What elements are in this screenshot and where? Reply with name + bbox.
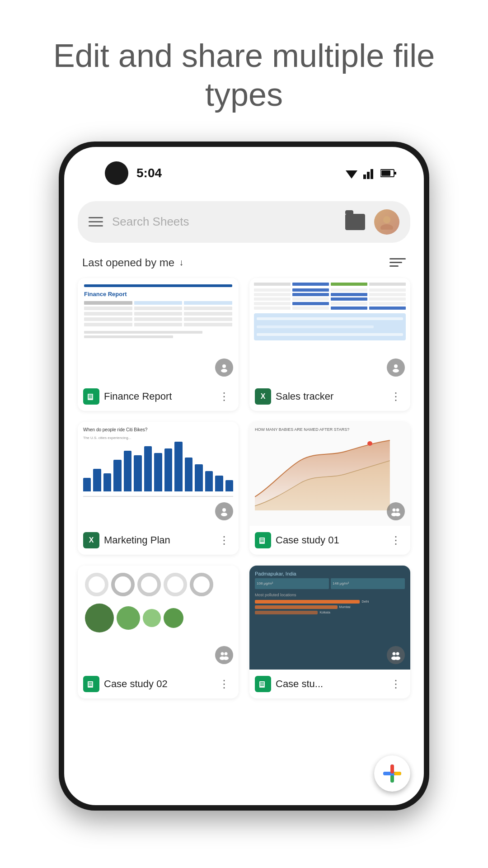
- case-dark-name: Case stu...: [276, 678, 382, 690]
- marketing-plan-menu[interactable]: ⋮: [215, 532, 233, 548]
- finance-report-info: Finance Report ⋮: [78, 382, 239, 411]
- svg-point-15: [394, 364, 398, 368]
- phone-frame: 5:04: [59, 142, 429, 811]
- camera-hole: [105, 161, 128, 185]
- svg-point-36: [393, 652, 396, 655]
- sales-tracker-name: Sales tracker: [276, 391, 382, 402]
- svg-point-10: [221, 369, 227, 373]
- file-thumbnail-case-dark: Padmapukar, India 108 μg/m³ 148 μg/m³: [249, 566, 410, 670]
- file-thumbnail-sales-tracker: [249, 278, 410, 382]
- list-view-icon[interactable]: [389, 258, 406, 267]
- svg-rect-5: [381, 170, 390, 176]
- avatar[interactable]: [374, 209, 399, 235]
- file-thumbnail-finance-report: Finance Report: [78, 278, 239, 382]
- case-study-01-menu[interactable]: ⋮: [387, 532, 405, 548]
- svg-rect-11: [88, 394, 93, 400]
- finance-shared-icon: [215, 359, 233, 377]
- svg-marker-0: [346, 170, 357, 179]
- svg-point-20: [393, 508, 396, 511]
- file-card-finance-report[interactable]: Finance Report: [78, 278, 239, 411]
- svg-rect-40: [259, 681, 265, 688]
- file-card-case-study-dark[interactable]: Padmapukar, India 108 μg/m³ 148 μg/m³: [249, 566, 410, 698]
- finance-thumb-content: Finance Report: [78, 278, 239, 382]
- search-bar[interactable]: Search Sheets: [78, 201, 410, 243]
- case2-shared-icon: [215, 646, 233, 664]
- battery-icon: [380, 169, 397, 178]
- case-study-02-name: Case study 02: [104, 678, 211, 690]
- marketing-plan-info: X Marketing Plan ⋮: [78, 526, 239, 555]
- sort-label-text: Last opened by me: [82, 256, 174, 269]
- status-icons: [344, 167, 397, 179]
- case-study-01-badge: [255, 532, 271, 548]
- wifi-icon: [344, 167, 359, 179]
- svg-rect-48: [390, 775, 394, 783]
- case-dark-badge: [255, 676, 271, 692]
- phone-mockup: 5:04: [59, 142, 429, 811]
- case1-shared-icon: [387, 502, 405, 520]
- svg-rect-3: [371, 169, 373, 179]
- svg-point-9: [222, 364, 226, 368]
- case-dark-menu[interactable]: ⋮: [387, 676, 405, 692]
- svg-point-29: [225, 652, 228, 655]
- sales-shared-icon: [387, 359, 405, 377]
- file-grid: Finance Report: [64, 278, 424, 717]
- hamburger-icon[interactable]: [89, 217, 103, 226]
- app-content: Search Sheets Last opened by me ↓: [64, 192, 424, 805]
- hero-title: Edit and share multiple file types: [0, 0, 488, 142]
- svg-point-28: [221, 652, 224, 655]
- fab-button[interactable]: [374, 755, 410, 792]
- svg-point-23: [395, 513, 400, 516]
- sales-tracker-menu[interactable]: ⋮: [387, 388, 405, 405]
- sales-thumb-content: [249, 278, 410, 382]
- file-card-marketing-plan[interactable]: When do people ride Citi Bikes? The U.S.…: [78, 422, 239, 555]
- case-study-01-info: Case study 01 ⋮: [249, 526, 410, 555]
- svg-rect-49: [383, 772, 390, 775]
- svg-point-17: [222, 508, 226, 512]
- search-input[interactable]: Search Sheets: [112, 215, 336, 229]
- signal-icon: [363, 167, 376, 179]
- svg-point-18: [221, 513, 227, 516]
- finance-report-badge: [83, 388, 99, 405]
- fab-google-icon: [381, 762, 404, 785]
- svg-point-19: [367, 441, 372, 446]
- sort-row: Last opened by me ↓: [64, 252, 424, 278]
- case2-thumb-content: [78, 566, 239, 670]
- file-card-sales-tracker[interactable]: X Sales tracker ⋮: [249, 278, 410, 411]
- file-thumbnail-case-study-01: HOW MANY BABIES ARE NAMED AFTER STARS?: [249, 422, 410, 526]
- svg-rect-1: [363, 175, 366, 179]
- sales-tracker-badge: X: [255, 388, 271, 405]
- file-thumbnail-case-study-02: [78, 566, 239, 670]
- status-time: 5:04: [136, 166, 162, 180]
- svg-rect-32: [88, 681, 93, 688]
- case-study-01-name: Case study 01: [276, 534, 382, 546]
- case-study-02-menu[interactable]: ⋮: [215, 676, 233, 692]
- marketing-plan-badge: X: [83, 532, 99, 548]
- folder-icon[interactable]: [345, 214, 365, 230]
- file-card-case-study-01[interactable]: HOW MANY BABIES ARE NAMED AFTER STARS?: [249, 422, 410, 555]
- svg-rect-2: [367, 172, 370, 179]
- sort-arrow-icon: ↓: [179, 257, 183, 268]
- svg-rect-6: [394, 172, 396, 175]
- case-dark-info: Case stu... ⋮: [249, 670, 410, 698]
- finance-report-menu[interactable]: ⋮: [215, 388, 233, 405]
- file-card-case-study-02[interactable]: Case study 02 ⋮: [78, 566, 239, 698]
- case-study-02-badge: [83, 676, 99, 692]
- svg-point-8: [380, 224, 393, 230]
- sales-tracker-info: X Sales tracker ⋮: [249, 382, 410, 411]
- svg-rect-46: [390, 764, 394, 774]
- finance-report-name: Finance Report: [104, 391, 211, 402]
- svg-rect-24: [259, 538, 265, 544]
- svg-point-37: [396, 652, 399, 655]
- svg-point-39: [395, 656, 400, 660]
- svg-point-16: [393, 369, 399, 373]
- svg-rect-47: [394, 772, 401, 775]
- file-thumbnail-marketing-plan: When do people ride Citi Bikes? The U.S.…: [78, 422, 239, 526]
- marketing-shared-icon: [215, 502, 233, 520]
- marketing-thumb-content: When do people ride Citi Bikes? The U.S.…: [78, 422, 239, 526]
- marketing-plan-name: Marketing Plan: [104, 534, 211, 546]
- phone-screen: 5:04: [64, 147, 424, 805]
- svg-point-7: [383, 216, 390, 223]
- svg-point-31: [223, 656, 229, 660]
- svg-point-21: [396, 508, 399, 511]
- sort-label[interactable]: Last opened by me ↓: [82, 256, 183, 269]
